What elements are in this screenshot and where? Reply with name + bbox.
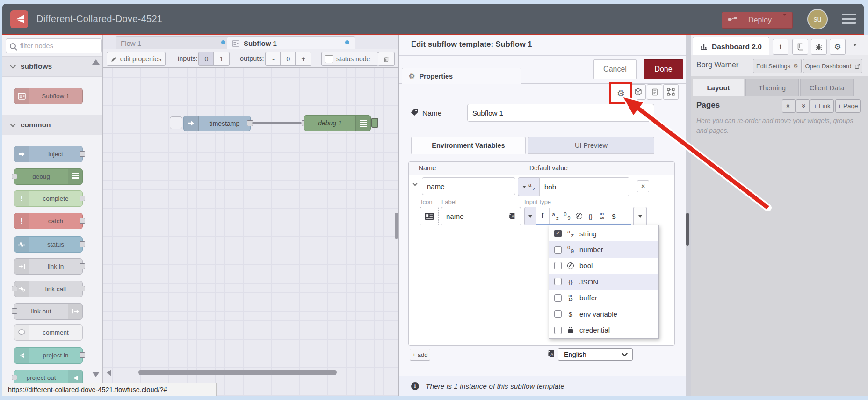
palette-node-link-out[interactable]: link out xyxy=(14,303,83,320)
input-type-expand-button[interactable] xyxy=(524,207,536,225)
node-red-logo[interactable] xyxy=(10,10,28,28)
palette-search[interactable] xyxy=(6,38,102,53)
tab-appearance[interactable] xyxy=(663,84,679,100)
scroll-left-arrow[interactable] xyxy=(107,370,111,376)
palette-node-subflow-1[interactable]: Subflow 1 xyxy=(14,88,83,104)
deploy-menu-chevron-icon[interactable] xyxy=(783,16,787,24)
sidebar-menu-chevron-icon[interactable] xyxy=(853,44,857,46)
env-name-input[interactable] xyxy=(422,177,515,195)
tab-theming[interactable]: Theming xyxy=(745,79,799,96)
type-option-env-variable[interactable]: $ env variable xyxy=(549,306,658,322)
node-port[interactable] xyxy=(12,174,17,179)
type-option-buffer[interactable]: buffer xyxy=(549,290,658,306)
tab-layout[interactable]: Layout xyxy=(693,79,744,96)
subflow-input-stub[interactable] xyxy=(170,116,182,129)
tab-description[interactable] xyxy=(647,84,662,100)
inputs-1-button[interactable]: 1 xyxy=(213,52,230,66)
tab-ui-preview[interactable]: UI Preview xyxy=(528,137,654,154)
palette-node-project-in[interactable]: project in xyxy=(14,347,83,364)
wire[interactable] xyxy=(252,122,302,124)
node-port[interactable] xyxy=(80,151,85,157)
flow-canvas[interactable]: timestamp debug 1 xyxy=(103,68,398,396)
input-type-dropdown-button[interactable] xyxy=(633,207,647,225)
edit-properties-button[interactable]: edit properties xyxy=(107,52,166,66)
checkbox-checked[interactable] xyxy=(554,230,562,237)
palette-node-debug[interactable]: debug xyxy=(14,168,83,185)
help-tab-button[interactable] xyxy=(792,39,808,55)
debug-toggle-button[interactable] xyxy=(371,118,378,128)
tab-client-data[interactable]: Client Data xyxy=(800,79,854,96)
input-type-strip[interactable]: I {} $ xyxy=(536,208,631,225)
tab-flow-1[interactable]: Flow 1 xyxy=(116,36,231,50)
palette-node-complete[interactable]: ! complete xyxy=(14,190,83,207)
remove-row-button[interactable]: × xyxy=(637,180,649,192)
palette-node-inject[interactable]: inject xyxy=(14,146,83,162)
tab-properties[interactable]: ⚙ Properties xyxy=(402,68,521,84)
node-port[interactable] xyxy=(80,241,85,247)
node-port[interactable] xyxy=(12,286,17,291)
main-menu-button[interactable] xyxy=(842,14,856,24)
type-option-credential[interactable]: credential xyxy=(549,322,658,338)
node-port[interactable] xyxy=(80,218,85,224)
node-port[interactable] xyxy=(80,196,85,201)
debug-tab-button[interactable] xyxy=(811,39,827,55)
inputs-0-button[interactable]: 0 xyxy=(198,52,215,66)
env-value-input[interactable] xyxy=(539,177,629,196)
palette-node-link-in[interactable]: link in xyxy=(14,258,83,275)
add-env-var-button[interactable]: + add xyxy=(410,349,430,361)
gear-tab-icon[interactable]: ⚙ xyxy=(617,88,625,99)
node-port[interactable] xyxy=(80,286,85,291)
palette-node-catch[interactable]: ! catch xyxy=(14,213,83,229)
env-icon-picker[interactable] xyxy=(420,207,439,225)
language-select[interactable]: English xyxy=(558,348,633,361)
palette-node-comment[interactable]: comment xyxy=(14,324,83,341)
canvas-node-timestamp[interactable]: timestamp xyxy=(183,116,251,131)
tray-scrollbar[interactable] xyxy=(686,213,689,246)
user-avatar[interactable]: su xyxy=(807,9,828,29)
node-port[interactable] xyxy=(80,263,85,269)
cancel-button[interactable]: Cancel xyxy=(593,59,637,79)
checkbox[interactable] xyxy=(554,278,562,285)
outputs-minus-button[interactable]: - xyxy=(265,52,282,66)
tab-environment-variables[interactable]: Environment Variables xyxy=(411,137,526,154)
palette-category-subflows[interactable]: subflows xyxy=(2,56,103,77)
language-icon[interactable]: A xyxy=(508,212,516,222)
canvas-node-debug-1[interactable]: debug 1 xyxy=(304,115,371,131)
palette-filter-input[interactable] xyxy=(19,42,91,50)
checkbox[interactable] xyxy=(554,310,562,318)
status-node-checkbox[interactable] xyxy=(325,55,333,63)
type-option-string[interactable]: string xyxy=(549,225,658,241)
edit-settings-button[interactable]: Edit Settings ⚙ xyxy=(753,59,802,73)
subflow-name-input[interactable] xyxy=(467,104,654,122)
checkbox[interactable] xyxy=(554,246,562,254)
done-button[interactable]: Done xyxy=(644,59,683,79)
palette-node-link-call[interactable]: link call xyxy=(14,281,83,297)
node-port[interactable] xyxy=(12,375,17,380)
node-port[interactable] xyxy=(80,352,85,358)
deploy-button[interactable]: Deploy xyxy=(722,12,793,29)
checkbox[interactable] xyxy=(554,294,562,302)
horizontal-scrollbar[interactable] xyxy=(138,370,337,375)
add-page-button[interactable]: + Page xyxy=(835,99,861,113)
move-up-button[interactable]: « xyxy=(782,99,796,113)
tab-module-properties[interactable] xyxy=(630,84,646,100)
add-link-button[interactable]: + Link xyxy=(810,99,834,113)
status-node-toggle[interactable]: status node xyxy=(321,52,378,66)
checkbox[interactable] xyxy=(554,327,562,334)
settings-tab-button[interactable]: ⚙ xyxy=(830,39,846,55)
tab-dashboard-2[interactable]: Dashboard 2.0 xyxy=(693,37,769,56)
delete-subflow-button[interactable] xyxy=(378,52,395,66)
outputs-plus-button[interactable]: + xyxy=(295,52,311,66)
type-option-number[interactable]: number xyxy=(549,241,658,257)
type-option-bool[interactable]: bool xyxy=(549,258,658,274)
open-dashboard-button[interactable]: Open Dashboard xyxy=(803,59,862,73)
palette-scroll-up[interactable] xyxy=(92,59,100,65)
palette-category-common[interactable]: common xyxy=(2,115,103,135)
palette-scroll-down[interactable] xyxy=(92,372,100,377)
type-option-json[interactable]: {} JSON xyxy=(549,274,658,290)
node-port[interactable] xyxy=(12,308,17,314)
checkbox[interactable] xyxy=(554,262,562,269)
value-type-select[interactable] xyxy=(518,177,540,196)
palette-node-status[interactable]: status xyxy=(14,236,83,253)
move-down-button[interactable]: « xyxy=(796,99,810,113)
